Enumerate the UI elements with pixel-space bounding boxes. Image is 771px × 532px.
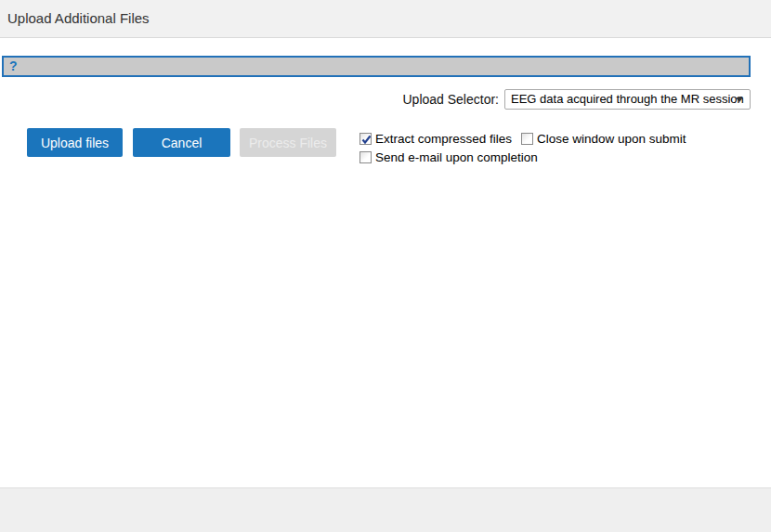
- check-icon: [360, 134, 372, 146]
- dialog-header: Upload Additional Files: [0, 0, 771, 38]
- page-title: Upload Additional Files: [7, 0, 150, 37]
- extract-compressed-files-label: Extract compressed files: [375, 132, 512, 146]
- extract-compressed-files-checkbox[interactable]: [359, 133, 372, 145]
- upload-dialog: Upload Additional Files ? Upload Selecto…: [0, 0, 771, 532]
- help-bar[interactable]: ?: [2, 56, 751, 77]
- extract-compressed-files-option: Extract compressed files: [359, 130, 512, 145]
- send-email-option: Send e-mail upon completion: [359, 149, 538, 163]
- upload-selector-dropdown[interactable]: EEG data acquired through the MR session: [504, 89, 751, 110]
- close-window-checkbox[interactable]: [521, 133, 533, 145]
- dialog-footer: [0, 487, 771, 532]
- chevron-down-icon: [736, 97, 743, 102]
- send-email-label: Send e-mail upon completion: [375, 150, 538, 164]
- upload-files-button[interactable]: Upload files: [27, 128, 123, 157]
- close-window-label: Close window upon submit: [537, 132, 686, 146]
- help-question-icon[interactable]: ?: [9, 58, 18, 74]
- upload-selector-value: EEG data acquired through the MR session: [511, 90, 744, 109]
- send-email-checkbox[interactable]: [359, 151, 372, 163]
- cancel-button[interactable]: Cancel: [133, 128, 230, 157]
- upload-selector-label: Upload Selector:: [402, 89, 499, 110]
- process-files-button: Process Files: [240, 128, 336, 157]
- close-window-option: Close window upon submit: [521, 130, 686, 145]
